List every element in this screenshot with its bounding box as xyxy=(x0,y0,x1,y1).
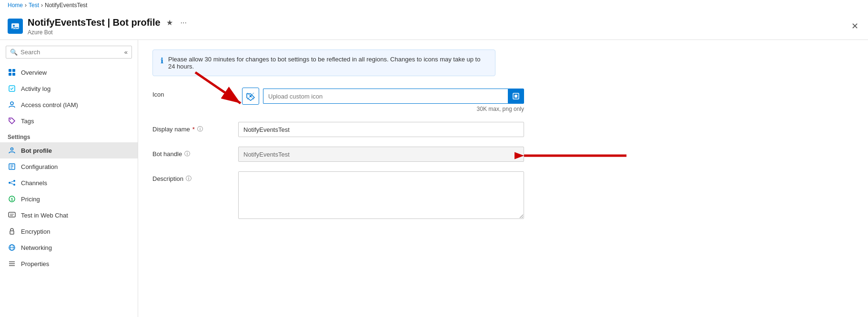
icon-upload-input[interactable] xyxy=(263,89,508,104)
settings-section-label: Settings xyxy=(0,129,138,142)
sidebar-item-label: Pricing xyxy=(21,196,40,203)
display-name-field xyxy=(238,122,524,137)
description-textarea[interactable] xyxy=(238,171,524,219)
sidebar-item-label: Bot profile xyxy=(21,147,52,154)
icon-label: Icon xyxy=(152,88,229,98)
icon-upload-button[interactable] xyxy=(508,89,524,104)
svg-rect-21 xyxy=(9,212,15,217)
sidebar-item-channels[interactable]: Channels xyxy=(0,175,138,191)
tags-icon xyxy=(8,117,16,125)
search-input[interactable] xyxy=(20,49,121,56)
config-icon xyxy=(8,162,16,171)
svg-rect-3 xyxy=(12,69,15,72)
bot-handle-form-row: Bot handle ⓘ xyxy=(152,147,524,162)
svg-point-1 xyxy=(13,25,15,27)
sidebar-item-label: Access control (IAM) xyxy=(21,101,78,109)
svg-rect-5 xyxy=(12,73,15,76)
bot-profile-form: Icon xyxy=(152,88,524,220)
bot-handle-info-icon[interactable]: ⓘ xyxy=(184,150,190,158)
webchat-icon xyxy=(8,211,16,219)
svg-rect-2 xyxy=(9,69,11,72)
svg-rect-36 xyxy=(515,95,517,98)
sidebar-item-iam[interactable]: Access control (IAM) xyxy=(0,97,138,113)
page-title: NotifyEventsTest | Bot profile xyxy=(28,17,161,28)
svg-point-16 xyxy=(13,184,15,186)
botprofile-icon xyxy=(8,146,16,155)
icon-hint: 30K max, png only xyxy=(238,106,524,112)
sidebar-item-label: Encryption xyxy=(21,228,50,235)
description-label: Description ⓘ xyxy=(152,171,229,183)
sidebar: 🔍 « Overview Activity log Access control… xyxy=(0,40,138,317)
display-name-input[interactable] xyxy=(238,122,524,137)
breadcrumb-home[interactable]: Home xyxy=(8,2,23,9)
sidebar-item-encryption[interactable]: Encryption xyxy=(0,223,138,239)
iam-icon xyxy=(8,100,16,109)
bot-handle-field xyxy=(238,147,524,162)
description-form-row: Description ⓘ xyxy=(152,171,524,220)
encryption-icon xyxy=(8,227,16,236)
bot-icon-placeholder xyxy=(242,88,259,105)
sidebar-item-properties[interactable]: Properties xyxy=(0,256,138,272)
svg-point-9 xyxy=(11,148,13,150)
svg-line-17 xyxy=(10,181,13,182)
pricing-icon: $ xyxy=(8,195,16,203)
description-field xyxy=(238,171,524,220)
bot-handle-label: Bot handle ⓘ xyxy=(152,147,229,158)
sidebar-item-tags[interactable]: Tags xyxy=(0,113,138,129)
svg-point-15 xyxy=(13,180,15,182)
sidebar-item-pricing[interactable]: $ Pricing xyxy=(0,191,138,207)
description-info-icon[interactable]: ⓘ xyxy=(186,175,192,183)
svg-point-14 xyxy=(9,182,10,184)
svg-rect-24 xyxy=(10,231,14,234)
close-button[interactable]: ✕ xyxy=(849,19,860,33)
networking-icon xyxy=(8,243,16,252)
sidebar-item-label: Channels xyxy=(21,179,47,187)
sidebar-item-configuration[interactable]: Configuration xyxy=(0,158,138,175)
sidebar-item-label: Overview xyxy=(21,69,47,76)
info-banner: ℹ Please allow 30 minutes for changes to… xyxy=(152,50,495,76)
collapse-button[interactable]: « xyxy=(124,49,128,56)
sidebar-item-networking[interactable]: Networking xyxy=(0,239,138,256)
icon-field: 30K max, png only xyxy=(238,88,524,112)
sidebar-item-bot-profile[interactable]: Bot profile xyxy=(0,142,138,158)
sidebar-item-label: Configuration xyxy=(21,163,58,170)
overview-icon xyxy=(8,68,16,77)
breadcrumb-current: NotifyEventsTest xyxy=(45,2,87,9)
search-box: 🔍 « xyxy=(6,46,132,59)
resource-avatar xyxy=(8,19,23,34)
display-name-form-row: Display name * ⓘ xyxy=(152,122,524,137)
svg-rect-4 xyxy=(9,73,11,76)
main-content: ℹ Please allow 30 minutes for changes to… xyxy=(138,40,868,317)
resource-type: Azure Bot xyxy=(28,29,189,36)
info-icon: ℹ xyxy=(161,56,163,65)
display-name-info-icon[interactable]: ⓘ xyxy=(197,125,203,133)
more-button[interactable]: ··· xyxy=(179,17,189,29)
info-banner-text: Please allow 30 minutes for changes to b… xyxy=(168,56,487,70)
sidebar-item-label: Properties xyxy=(21,260,49,267)
svg-line-18 xyxy=(10,183,13,184)
svg-text:$: $ xyxy=(11,197,13,202)
sidebar-item-label: Activity log xyxy=(21,85,50,92)
icon-form-row: Icon xyxy=(152,88,524,112)
svg-point-7 xyxy=(10,102,13,105)
bot-handle-input xyxy=(238,147,524,162)
activity-icon xyxy=(8,84,16,93)
sidebar-item-label: Test in Web Chat xyxy=(21,212,68,219)
sidebar-item-test-web-chat[interactable]: Test in Web Chat xyxy=(0,207,138,223)
sidebar-item-overview[interactable]: Overview xyxy=(0,64,138,80)
svg-point-8 xyxy=(10,119,11,120)
search-icon: 🔍 xyxy=(10,49,18,56)
sidebar-item-activity-log[interactable]: Activity log xyxy=(0,80,138,97)
favorite-button[interactable]: ★ xyxy=(164,16,175,29)
breadcrumb-test[interactable]: Test xyxy=(29,2,39,9)
required-indicator: * xyxy=(192,126,195,133)
top-bar: NotifyEventsTest | Bot profile ★ ··· Azu… xyxy=(0,10,868,40)
sidebar-item-label: Networking xyxy=(21,244,52,251)
channels-icon xyxy=(8,178,16,187)
properties-icon xyxy=(8,259,16,268)
display-name-label: Display name * ⓘ xyxy=(152,122,229,133)
breadcrumb: Home › Test › NotifyEventsTest xyxy=(0,0,868,10)
sidebar-item-label: Tags xyxy=(21,118,34,125)
